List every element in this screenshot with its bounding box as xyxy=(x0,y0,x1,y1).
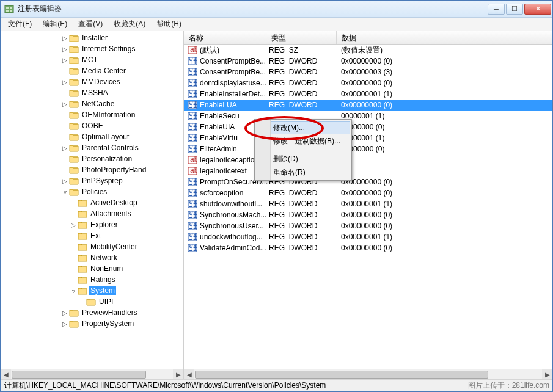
list-row[interactable]: 011110ConsentPromptBe...REG_DWORD0x00000… xyxy=(184,67,552,78)
svg-text:110: 110 xyxy=(189,189,197,197)
tree-item[interactable]: MSSHA xyxy=(1,87,183,98)
list-row[interactable]: ablegalnoticecaptionREG_SZ xyxy=(184,154,552,165)
list-row[interactable]: 011110undockwithoutlog...REG_DWORD0x0000… xyxy=(184,231,552,242)
tree-label: PhotoPropertyHand xyxy=(81,165,147,174)
list-row[interactable]: 011110dontdisplaylastuse...REG_DWORD0x00… xyxy=(184,78,552,89)
tree-item[interactable]: ▷Installer xyxy=(1,32,183,43)
scroll-right-icon[interactable]: ▶ xyxy=(173,369,183,379)
list-row[interactable]: 011110shutdownwithoutl...REG_DWORD0x0000… xyxy=(184,198,552,209)
list-row[interactable]: 011110EnableLUAREG_DWORD0x00000000 (0) xyxy=(184,100,552,111)
tree-item[interactable]: ▷Explorer xyxy=(1,219,183,230)
tree-item[interactable]: NonEnum xyxy=(1,263,183,274)
tree-item[interactable]: ▷PnPSysprep xyxy=(1,175,183,186)
list-row[interactable]: 011110SynchronousMach...REG_DWORD0x00000… xyxy=(184,209,552,220)
col-type[interactable]: 类型 xyxy=(266,31,337,44)
menu-edit[interactable]: 编辑(E) xyxy=(38,18,72,31)
value-data: 0x00000001 (1) xyxy=(341,200,552,208)
tree-item[interactable]: ▿Policies xyxy=(1,186,183,197)
value-type: REG_DWORD xyxy=(269,222,341,230)
tree-item[interactable]: Ratings xyxy=(1,274,183,285)
expand-icon[interactable]: ▷ xyxy=(60,35,69,42)
scroll-left-icon[interactable]: ◀ xyxy=(184,369,194,379)
tree-item[interactable]: ▷PreviewHandlers xyxy=(1,307,183,318)
svg-text:110: 110 xyxy=(189,57,197,65)
value-name: ValidateAdminCod... xyxy=(200,244,269,252)
window-controls: ─ ☐ ✕ xyxy=(488,4,551,15)
minimize-button[interactable]: ─ xyxy=(488,4,505,15)
scroll-right-icon[interactable]: ▶ xyxy=(542,369,552,379)
expand-icon[interactable]: ▷ xyxy=(60,46,69,53)
tree-item[interactable]: ▷MMDevices xyxy=(1,76,183,87)
tree-item[interactable]: ▿System xyxy=(1,285,183,296)
value-type: REG_DWORD xyxy=(269,233,341,241)
expand-icon[interactable]: ▿ xyxy=(69,288,78,294)
list-row[interactable]: 011110scforceoptionREG_DWORD0x00000000 (… xyxy=(184,187,552,198)
list-row[interactable]: 011110EnableVirtu00000001 (1) xyxy=(184,132,552,143)
expand-icon[interactable]: ▷ xyxy=(60,178,69,184)
tree-label: Ext xyxy=(89,231,102,240)
tree-item[interactable]: ▷PropertySystem xyxy=(1,318,183,329)
list-row[interactable]: 011110ValidateAdminCod...REG_DWORD0x0000… xyxy=(184,242,552,253)
tree-label: ActiveDesktop xyxy=(89,198,139,207)
svg-text:110: 110 xyxy=(189,123,197,131)
list-row[interactable]: 011110ConsentPromptBe...REG_DWORD0x00000… xyxy=(184,56,552,67)
folder-icon xyxy=(69,154,79,163)
tree-item[interactable]: UIPI xyxy=(1,296,183,307)
list-hscroll-thumb[interactable] xyxy=(195,371,488,379)
svg-text:110: 110 xyxy=(189,233,197,241)
tree-label: Parental Controls xyxy=(81,143,140,152)
list-row[interactable]: 011110SynchronousUser...REG_DWORD0x00000… xyxy=(184,220,552,231)
watermark: 图片上传于：281life.com xyxy=(468,380,549,391)
tree-hscroll[interactable]: ◀ ▶ xyxy=(1,369,183,379)
tree-item[interactable]: ▷Parental Controls xyxy=(1,142,183,153)
tree-item[interactable]: MobilityCenter xyxy=(1,241,183,252)
tree-item[interactable]: ▷MCT xyxy=(1,54,183,65)
tree-item[interactable]: ▷Internet Settings xyxy=(1,43,183,54)
menu-favorites[interactable]: 收藏夹(A) xyxy=(109,18,150,31)
expand-icon[interactable]: ▿ xyxy=(60,189,69,195)
expand-icon[interactable]: ▷ xyxy=(60,310,69,316)
tree-item[interactable]: Network xyxy=(1,252,183,263)
tree-item[interactable]: OEMInformation xyxy=(1,109,183,120)
list-row[interactable]: 011110FilterAdmin00000000 (0) xyxy=(184,143,552,154)
tree-item[interactable]: PhotoPropertyHand xyxy=(1,164,183,175)
tree-label: OOBE xyxy=(81,122,104,130)
expand-icon[interactable]: ▷ xyxy=(60,57,69,64)
tree-item[interactable]: Ext xyxy=(1,230,183,241)
scroll-left-icon[interactable]: ◀ xyxy=(1,369,11,379)
tree-scroll[interactable]: ▷Installer▷Internet Settings▷MCTMedia Ce… xyxy=(1,31,183,369)
tree-item[interactable]: Media Center xyxy=(1,65,183,76)
tree-label: MMDevices xyxy=(81,78,122,86)
tree-item[interactable]: ActiveDesktop xyxy=(1,197,183,208)
expand-icon[interactable]: ▷ xyxy=(60,145,69,151)
expand-icon[interactable]: ▷ xyxy=(60,101,69,107)
tree-hscroll-thumb[interactable] xyxy=(12,371,146,379)
menu-help[interactable]: 帮助(H) xyxy=(152,18,186,31)
tree-label: Attachments xyxy=(89,209,133,218)
expand-icon[interactable]: ▷ xyxy=(69,222,78,228)
tree-item[interactable]: Personalization xyxy=(1,153,183,164)
list-panel: 名称 类型 数据 ab(默认)REG_SZ(数值未设置)011110Consen… xyxy=(184,31,552,379)
folder-icon xyxy=(69,67,79,75)
svg-text:110: 110 xyxy=(189,90,197,98)
expand-icon[interactable]: ▷ xyxy=(60,321,69,327)
folder-icon xyxy=(69,143,79,152)
list-row[interactable]: 011110EnableInstallerDet...REG_DWORD0x00… xyxy=(184,89,552,100)
list-row[interactable]: ablegalnoticetextREG_SZ xyxy=(184,165,552,176)
tree-item[interactable]: Attachments xyxy=(1,208,183,219)
list-hscroll[interactable]: ◀ ▶ xyxy=(184,369,552,379)
tree-item[interactable]: ▷NetCache xyxy=(1,98,183,109)
tree-item[interactable]: OptimalLayout xyxy=(1,131,183,142)
list-row[interactable]: ab(默认)REG_SZ(数值未设置) xyxy=(184,45,552,56)
close-button[interactable]: ✕ xyxy=(524,4,551,15)
list-row[interactable]: 011110PromptOnSecureD...REG_DWORD0x00000… xyxy=(184,176,552,187)
tree-item[interactable]: OOBE xyxy=(1,120,183,131)
col-data[interactable]: 数据 xyxy=(337,31,552,44)
menu-view[interactable]: 查看(V) xyxy=(73,18,108,31)
list-row[interactable]: 011110EnableSecu00000001 (1) xyxy=(184,111,552,122)
menu-file[interactable]: 文件(F) xyxy=(3,18,37,31)
expand-icon[interactable]: ▷ xyxy=(60,79,69,85)
maximize-button[interactable]: ☐ xyxy=(506,4,523,15)
col-name[interactable]: 名称 xyxy=(184,31,266,44)
list-row[interactable]: 011110EnableUIA00000000 (0) xyxy=(184,122,552,132)
